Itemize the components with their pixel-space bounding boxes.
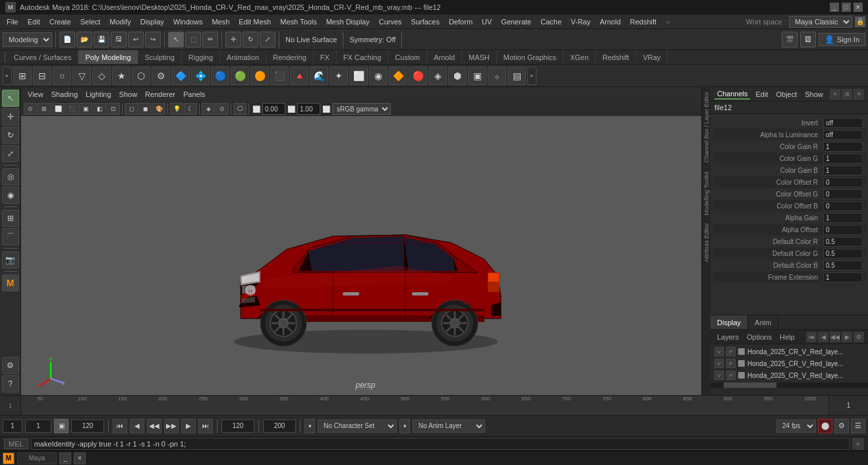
skip-to-start-button[interactable]: ⏮ xyxy=(113,419,127,433)
exposure-input[interactable] xyxy=(262,103,285,115)
mel-python-toggle[interactable]: MEL xyxy=(4,439,28,449)
mel-history-icon[interactable]: ≡ xyxy=(852,438,864,450)
rotate-tool-button[interactable]: ↻ xyxy=(243,32,258,47)
shelf-btn-25[interactable]: ⬦ xyxy=(488,67,506,85)
alpha-gain-value[interactable]: 1 xyxy=(823,213,863,223)
vt-textured[interactable]: 🎨 xyxy=(152,103,165,115)
vt-ortho-toggle[interactable]: ⬜ xyxy=(51,103,65,115)
frame-middle-input[interactable] xyxy=(71,419,104,433)
shelf-btn-15[interactable]: 🔺 xyxy=(290,67,308,85)
display-tab[interactable]: Display xyxy=(710,315,748,330)
paint-select-button[interactable]: ✏ xyxy=(202,32,218,47)
menu-deform[interactable]: Deform xyxy=(445,16,477,27)
menu-display[interactable]: Display xyxy=(136,16,168,27)
modeling-toolkit-tab-strip[interactable]: Modelling Toolkit xyxy=(703,167,710,219)
show-hide-tool[interactable]: ◉ xyxy=(2,187,19,204)
menu-surfaces[interactable]: Surfaces xyxy=(407,16,444,27)
layer-settings-icon[interactable]: ⚙ xyxy=(854,332,864,342)
tab-redshift[interactable]: Redshift xyxy=(596,50,636,65)
vt-grid-toggle[interactable]: ⊞ xyxy=(38,103,51,115)
vp-menu-lighting[interactable]: Lighting xyxy=(83,90,114,99)
channels-tab[interactable]: Channels xyxy=(714,89,750,100)
vp-menu-panels[interactable]: Panels xyxy=(181,90,208,99)
channel-box-expand-icon[interactable]: ⊞ xyxy=(842,89,852,100)
layer-play-icon[interactable]: ◀ xyxy=(818,332,828,342)
menu-file[interactable]: File xyxy=(3,16,22,27)
menu-create[interactable]: Create xyxy=(45,16,75,27)
vt-side-view[interactable]: ◧ xyxy=(93,103,106,115)
save-scene-button[interactable]: 💾 xyxy=(94,32,109,47)
open-scene-button[interactable]: 📂 xyxy=(76,32,92,47)
render-view-button[interactable]: 🖼 xyxy=(800,32,816,47)
undo-button[interactable]: ↩ xyxy=(128,32,144,47)
layer-playback-1[interactable]: P xyxy=(726,347,736,356)
color-gain-r-value[interactable]: 1 xyxy=(823,142,863,152)
default-color-g-value[interactable]: 0.5 xyxy=(823,249,863,259)
layer-row-2[interactable]: V P Honda_2025_CR_V_Red_laye... xyxy=(712,357,867,369)
layer-scrollbar-thumb[interactable] xyxy=(724,383,776,388)
frame-extension-value[interactable]: 1 xyxy=(823,272,863,282)
character-set-dropdown[interactable]: No Character Set xyxy=(318,419,397,433)
channel-box-close-icon[interactable]: ✕ xyxy=(854,89,864,100)
menu-edit-mesh[interactable]: Edit Mesh xyxy=(235,16,275,27)
scale-tool-button[interactable]: ⤢ xyxy=(260,32,275,47)
vt-camera-select[interactable]: ⊙ xyxy=(24,103,37,115)
menu-vray[interactable]: V-Ray xyxy=(567,16,594,27)
lasso-select-button[interactable]: ⬚ xyxy=(185,32,201,47)
shelf-btn-4[interactable]: ▽ xyxy=(72,67,91,85)
menu-generate[interactable]: Generate xyxy=(497,16,535,27)
alpha-luminance-value[interactable]: off xyxy=(823,130,863,140)
tab-fx-caching[interactable]: FX Caching xyxy=(337,50,388,65)
minimize-button[interactable]: _ xyxy=(830,3,839,12)
vt-hud[interactable]: 🖵 xyxy=(233,103,246,115)
layer-stop-icon[interactable]: ◀◀ xyxy=(830,332,840,342)
character-set-arrow[interactable]: ▾ xyxy=(304,419,315,433)
layer-play-back-icon[interactable]: ⏮ xyxy=(806,332,817,342)
shelf-btn-18[interactable]: ⬜ xyxy=(349,67,368,85)
next-frame-button[interactable]: ▶ xyxy=(181,419,196,433)
color-offset-r-value[interactable]: 0 xyxy=(823,177,863,187)
close-button[interactable]: ✕ xyxy=(854,3,863,12)
object-tab[interactable]: Object xyxy=(773,90,799,99)
shelf-btn-2[interactable]: ⊟ xyxy=(33,67,51,85)
layer-row-3[interactable]: V P Honda_2025_CR_V_Red_laye... xyxy=(712,369,867,381)
play-backward-button[interactable]: ◀◀ xyxy=(147,419,161,433)
show-tab[interactable]: Show xyxy=(802,90,826,99)
vt-persp-toggle[interactable]: ⬛ xyxy=(65,103,78,115)
shelf-btn-1[interactable]: ⊞ xyxy=(13,67,32,85)
vp-menu-view[interactable]: View xyxy=(25,90,46,99)
default-color-b-value[interactable]: 0.5 xyxy=(823,261,863,270)
shelf-btn-16[interactable]: 🌊 xyxy=(310,67,328,85)
shelf-btn-5[interactable]: ◇ xyxy=(92,67,111,85)
frame-current-left-input[interactable] xyxy=(25,419,51,433)
channel-box-menu-icon[interactable]: ≡ xyxy=(830,89,840,100)
menu-mesh-display[interactable]: Mesh Display xyxy=(322,16,374,27)
scale-tool[interactable]: ⤢ xyxy=(2,145,19,162)
mel-command-input[interactable] xyxy=(31,438,850,450)
prev-frame-button[interactable]: ◀ xyxy=(130,419,144,433)
move-tool-button[interactable]: ✛ xyxy=(225,32,241,47)
skip-to-end-button[interactable]: ⏭ xyxy=(198,419,213,433)
shelf-btn-6[interactable]: ★ xyxy=(112,67,130,85)
layer-visibility-1[interactable]: V xyxy=(714,347,724,356)
render-settings-button[interactable]: 🎬 xyxy=(782,32,797,47)
shelf-btn-14[interactable]: ⬛ xyxy=(270,67,289,85)
menu-mesh-tools[interactable]: Mesh Tools xyxy=(276,16,320,27)
vt-xray[interactable]: ◈ xyxy=(202,103,215,115)
auto-key-button[interactable]: ⬤ xyxy=(818,419,832,433)
timeline-bar[interactable]: 1 50 100 150 200 250 300 350 400 450 500… xyxy=(0,395,868,415)
frame-start-input[interactable] xyxy=(3,419,22,433)
shelf-btn-7[interactable]: ⬡ xyxy=(132,67,150,85)
layer-forward-icon[interactable]: ▶ xyxy=(842,332,852,342)
menu-more[interactable]: » xyxy=(662,16,674,27)
vt-wireframe[interactable]: ◻ xyxy=(125,103,138,115)
shelf-btn-23[interactable]: ⬢ xyxy=(448,67,467,85)
menu-edit[interactable]: Edit xyxy=(24,16,44,27)
tab-poly-modeling[interactable]: Poly Modeling xyxy=(78,50,138,65)
vt-smooth[interactable]: ◼ xyxy=(138,103,152,115)
anim-tab[interactable]: Anim xyxy=(748,315,778,330)
vp-menu-show[interactable]: Show xyxy=(117,90,140,99)
menu-modify[interactable]: Modify xyxy=(105,16,134,27)
shelf-btn-12[interactable]: 🟢 xyxy=(231,67,249,85)
shelf-btn-9[interactable]: 🔷 xyxy=(171,67,190,85)
